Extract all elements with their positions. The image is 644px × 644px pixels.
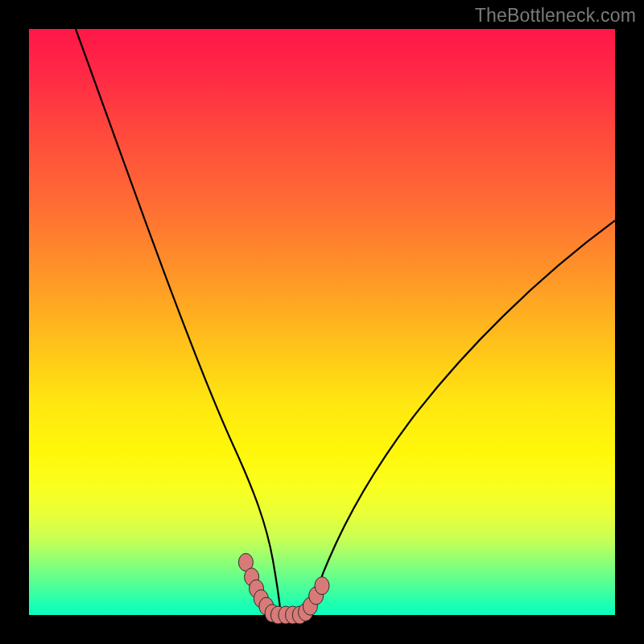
curve-left-branch bbox=[76, 29, 282, 615]
chart-svg bbox=[29, 29, 615, 615]
plot-area bbox=[29, 29, 615, 615]
chart-frame: TheBottleneck.com bbox=[0, 0, 644, 644]
curve-right-branch bbox=[311, 221, 615, 615]
marker-layer bbox=[238, 554, 329, 625]
watermark-text: TheBottleneck.com bbox=[475, 5, 636, 27]
data-marker bbox=[315, 577, 329, 595]
curve-layer bbox=[76, 29, 615, 615]
